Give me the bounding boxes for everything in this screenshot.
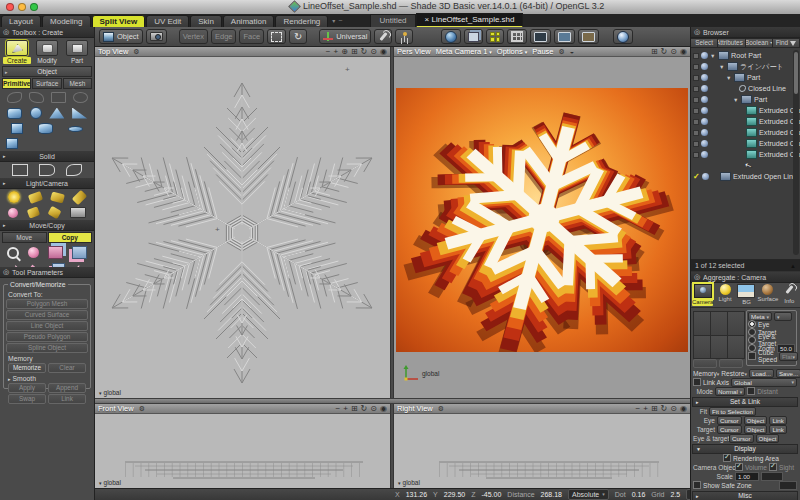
- aggregate-tab-bg[interactable]: BG: [736, 283, 757, 307]
- scale-field[interactable]: 1.00: [735, 472, 759, 481]
- solid-subtract-tool-icon[interactable]: [39, 164, 55, 176]
- eyetarget-cursor-button[interactable]: Cursor: [729, 434, 754, 443]
- orbit-icon[interactable]: ↻: [361, 404, 368, 414]
- document-tab-active[interactable]: × LineOffset_Sample.shd: [416, 13, 524, 28]
- browser-tab-attributes[interactable]: Attributes▾: [718, 38, 745, 48]
- toolbox-tab-mesh[interactable]: Mesh: [63, 78, 92, 89]
- camera-mode-button[interactable]: [146, 29, 167, 44]
- zoom-in-icon[interactable]: +: [643, 404, 648, 414]
- front-viewport[interactable]: Front View ⚙ − + ⊞ ↻ ⊙ ◉ ▾ glob: [95, 404, 390, 488]
- toolbox-create-button[interactable]: Create: [3, 40, 31, 64]
- convert-spline-object-button[interactable]: Spline Object: [6, 343, 88, 353]
- camera-create-tool-icon[interactable]: [70, 207, 86, 218]
- toolbox-object-row[interactable]: ▸ Object: [2, 66, 92, 77]
- aggregate-tab-camera[interactable]: Camera: [691, 283, 714, 307]
- minimize-window-button[interactable]: [18, 3, 26, 11]
- linear-light-tool-icon[interactable]: [27, 206, 40, 218]
- eye-link-button[interactable]: Link: [769, 416, 786, 425]
- zoom-out-icon[interactable]: −: [326, 47, 331, 57]
- viewport-label[interactable]: Right View: [397, 404, 433, 413]
- display-mode-shaded-button[interactable]: [554, 29, 575, 44]
- smooth-label[interactable]: ▸ Smooth: [8, 375, 86, 382]
- sphere-tool-icon[interactable]: [30, 107, 42, 119]
- render-flag-icon[interactable]: [701, 74, 708, 81]
- camera-select-dropdown[interactable]: Meta Camera 1▾: [436, 47, 492, 56]
- viewport-label[interactable]: Top View: [98, 47, 128, 56]
- box-tool-icon[interactable]: [11, 123, 23, 134]
- close-document-icon[interactable]: ×: [425, 15, 430, 24]
- smooth-apply-button[interactable]: Apply: [8, 383, 46, 393]
- cube-speed-checkbox[interactable]: [748, 352, 756, 360]
- orbit-icon[interactable]: ↻: [661, 47, 668, 57]
- convert-line-object-button[interactable]: Line Object: [6, 321, 88, 331]
- tree-item-extruded-closed[interactable]: Extruded Closed: [691, 127, 800, 138]
- aggregate-tab-light[interactable]: Light: [714, 283, 735, 307]
- render-flag-icon[interactable]: [701, 118, 708, 125]
- fit-to-selection-button[interactable]: Fit to Selection: [709, 407, 756, 416]
- render-flag-icon[interactable]: [701, 52, 708, 59]
- light-camera-section-header[interactable]: ▸ Light/Camera: [0, 178, 94, 189]
- top-viewport-canvas[interactable]: + + ▾ global: [95, 57, 390, 398]
- smooth-append-button[interactable]: Append: [48, 383, 86, 393]
- tab-collapse-icon[interactable]: −: [338, 17, 342, 24]
- render-flag-icon[interactable]: [701, 63, 708, 70]
- toolbox-header[interactable]: ◎ Toolbox : Create: [0, 27, 94, 38]
- pan-icon[interactable]: ⊞: [351, 404, 358, 414]
- tree-item-root-part[interactable]: ▼ Root Part: [691, 50, 800, 61]
- pan-icon[interactable]: ⊞: [351, 47, 358, 57]
- point-light-tool-icon[interactable]: [8, 191, 20, 203]
- tree-insertion-point[interactable]: ↖: [691, 160, 800, 171]
- browser-scrollbar[interactable]: [793, 50, 799, 255]
- toolbox-part-button[interactable]: Part: [63, 40, 91, 64]
- move-copy-section-header[interactable]: ▸ Move/Copy: [0, 220, 94, 231]
- object-mode-button[interactable]: Object: [99, 29, 143, 44]
- render-flag-icon[interactable]: [701, 96, 708, 103]
- solid-section-header[interactable]: ▸ Solid: [0, 151, 94, 162]
- orbit-icon[interactable]: ↻: [661, 404, 668, 414]
- tree-item-part[interactable]: ▼ Part: [691, 72, 800, 83]
- rectangle-select-button[interactable]: [267, 29, 286, 44]
- render-preview-button[interactable]: [613, 29, 633, 44]
- zoom-in-icon[interactable]: +: [343, 404, 348, 414]
- zoom-in-icon[interactable]: +: [334, 47, 339, 57]
- render-flag-icon[interactable]: [701, 129, 708, 136]
- pause-button[interactable]: Pause: [532, 47, 553, 56]
- camera-path-button-2[interactable]: [719, 359, 743, 368]
- workspace-tab-skin[interactable]: Skin: [190, 15, 222, 28]
- face-mode-button[interactable]: Face: [239, 29, 264, 44]
- look-icon[interactable]: ◉: [680, 404, 687, 414]
- edge-mode-button[interactable]: Edge: [211, 29, 237, 44]
- display-section[interactable]: ▼Display: [692, 444, 798, 454]
- browser-header[interactable]: ◎ Browser: [691, 27, 800, 38]
- duplicate-button[interactable]: [464, 29, 483, 44]
- rounded-box-tool-icon[interactable]: [7, 108, 22, 119]
- target-radio[interactable]: [748, 328, 756, 336]
- look-icon[interactable]: ◉: [380, 47, 387, 57]
- render-flag-icon[interactable]: [701, 140, 708, 147]
- right-viewport-header[interactable]: Right View ⚙ − + ⊞ ↻ ⊙ ◉: [394, 404, 690, 414]
- collapse-triangle-icon[interactable]: ▲: [790, 263, 796, 269]
- eye-radio[interactable]: [748, 320, 756, 328]
- tool-settings-button[interactable]: [374, 29, 392, 44]
- zoom-radio[interactable]: [748, 344, 756, 352]
- target-cursor-button[interactable]: Cursor: [717, 425, 742, 434]
- memory-dropdown[interactable]: Memory▾: [693, 370, 719, 377]
- workspace-tab-rendering[interactable]: Rendering: [275, 15, 328, 28]
- target-link-button[interactable]: Link: [769, 425, 786, 434]
- magnify-icon[interactable]: ⊙: [370, 47, 377, 57]
- eyetarget-object-button[interactable]: Object: [756, 434, 780, 443]
- tree-item-extruded-open-line[interactable]: ✓ Extruded Open Line: [691, 171, 800, 182]
- gear-icon[interactable]: ⚙: [438, 405, 444, 413]
- memorize-button[interactable]: Memorize: [8, 363, 46, 373]
- tree-item-part2[interactable]: ▼ Part: [691, 94, 800, 105]
- magnify-icon[interactable]: ⊙: [670, 404, 677, 414]
- render-flag-icon[interactable]: [701, 85, 708, 92]
- front-viewport-header[interactable]: Front View ⚙ − + ⊞ ↻ ⊙ ◉: [95, 404, 390, 414]
- render-flag-icon[interactable]: [702, 173, 709, 180]
- zoom-window-button[interactable]: [30, 3, 38, 11]
- close-window-button[interactable]: [6, 3, 14, 11]
- split-view-layout-button[interactable]: [486, 29, 504, 44]
- tree-item-line-part[interactable]: ▼ ラインパート: [691, 61, 800, 72]
- cylinder-tool-icon[interactable]: [38, 123, 53, 134]
- camera-path-button-1[interactable]: [693, 359, 717, 368]
